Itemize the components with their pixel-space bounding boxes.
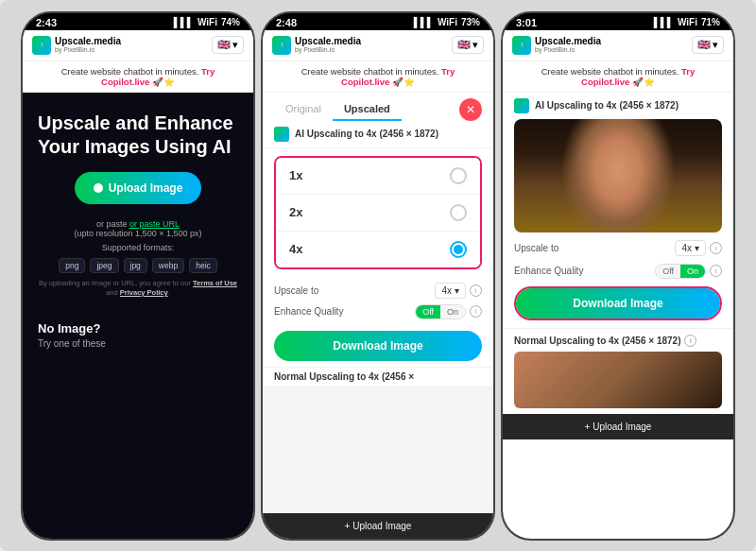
- options-section-2: Upscale to 4x ▾ i Enhance Quality Off: [263, 277, 493, 331]
- logo-main-3: Upscale.media: [535, 36, 601, 46]
- upscale-to-select-3[interactable]: 4x ▾: [675, 240, 706, 256]
- radio-1x-circle-2: [450, 167, 467, 184]
- format-webp-1: webp: [152, 258, 184, 273]
- upload-bar-2[interactable]: + Upload Image: [263, 513, 493, 539]
- upscale-to-label-2: Upscale to: [274, 285, 318, 296]
- logo-sub-2: by PixelBin.io: [295, 46, 361, 54]
- phones-container: 2:43 ▌▌▌ WiFi 74% ↑ Upscale.media by Pix…: [0, 0, 756, 551]
- status-right-2: ▌▌▌ WiFi 73%: [414, 17, 480, 27]
- toggle-off-2[interactable]: Off: [416, 305, 440, 319]
- nav-bar-2: ↑ Upscale.media by PixelBin.io 🇬🇧 ▾: [263, 30, 493, 61]
- banner-text-3: Create website chatbot in minutes.: [541, 66, 679, 77]
- language-selector-1[interactable]: 🇬🇧 ▾: [212, 36, 244, 54]
- banner-text-2: Create website chatbot in minutes.: [301, 66, 439, 77]
- url-link-1[interactable]: or paste URL: [129, 219, 180, 229]
- upscale-info-icon-3[interactable]: i: [710, 242, 722, 254]
- toggle-off-3[interactable]: Off: [656, 265, 680, 278]
- toggle-group-3: Off On: [655, 264, 706, 279]
- no-image-title-1: No Image?: [38, 321, 238, 336]
- phone-1: 2:43 ▌▌▌ WiFi 74% ↑ Upscale.media by Pix…: [21, 11, 255, 541]
- download-button-3[interactable]: Download Image: [516, 288, 720, 319]
- banner-emoji-1: 🚀⭐: [152, 77, 175, 87]
- tab-original-2[interactable]: Original: [274, 98, 333, 121]
- nav-logo-1: ↑ Upscale.media by PixelBin.io: [32, 36, 121, 55]
- banner-emoji-3: 🚀⭐: [632, 77, 655, 87]
- upscale-to-row-2: Upscale to 4x ▾ i: [274, 283, 482, 299]
- ai-upscaled-image-3: [514, 119, 722, 232]
- language-selector-2[interactable]: 🇬🇧 ▾: [452, 36, 484, 54]
- formats-row-1: png jpeg jpg webp heic: [38, 258, 238, 273]
- radio-1x-2[interactable]: 1x: [276, 158, 480, 195]
- privacy-link-1[interactable]: Privacy Policy: [120, 288, 168, 297]
- language-selector-3[interactable]: 🇬🇧 ▾: [692, 36, 724, 54]
- signal-icon-1: ▌▌▌: [174, 17, 194, 27]
- toggle-on-2[interactable]: On: [440, 305, 465, 319]
- radio-4x-2[interactable]: 4x: [276, 232, 480, 267]
- toggle-group-2: Off On: [415, 304, 466, 319]
- copilot-link-1[interactable]: Copilot.live: [101, 77, 149, 87]
- upload-dot-icon-1: [94, 183, 103, 193]
- copilot-link-2[interactable]: Copilot.live: [341, 77, 389, 87]
- nav-logo-2: ↑ Upscale.media by PixelBin.io: [272, 36, 361, 55]
- upload-button-1[interactable]: Upload Image: [75, 172, 202, 204]
- enhance-info-icon-3[interactable]: i: [710, 265, 722, 277]
- format-heic-1: heic: [189, 258, 217, 273]
- controls-section-3: Upscale to 4x ▾ i Enhance Quality Off: [503, 240, 733, 328]
- upscale-to-value-2: 4x: [441, 285, 452, 296]
- chevron-down-icon-1: ▾: [232, 39, 238, 51]
- upscale-logo-icon-3: ↑: [512, 36, 531, 55]
- upscale-to-controls-3: 4x ▾ i: [675, 240, 722, 256]
- close-button-2[interactable]: ✕: [459, 98, 482, 121]
- toggle-on-3[interactable]: On: [680, 265, 705, 278]
- logo-main-2: Upscale.media: [295, 36, 361, 46]
- try-link-3[interactable]: Try: [681, 66, 695, 77]
- tab-upscaled-2[interactable]: Upscaled: [333, 98, 402, 121]
- signal-icon-3: ▌▌▌: [654, 17, 674, 27]
- copilot-link-3[interactable]: Copilot.live: [581, 77, 629, 87]
- logo-sub-1: by PixelBin.io: [55, 46, 121, 54]
- enhance-info-icon-2[interactable]: i: [470, 305, 482, 318]
- format-jpeg-1: jpeg: [90, 258, 118, 273]
- wifi-icon-1: WiFi: [198, 17, 217, 27]
- time-3: 3:01: [516, 17, 537, 28]
- enhance-quality-row-2: Enhance Quality Off On i: [274, 304, 482, 319]
- chevron-down-icon-3: ▾: [713, 39, 718, 51]
- status-right-3: ▌▌▌ WiFi 71%: [654, 17, 720, 27]
- radio-4x-label-2: 4x: [289, 242, 302, 256]
- upscale-info-icon-2[interactable]: i: [470, 284, 482, 297]
- download-button-2[interactable]: Download Image: [274, 331, 482, 361]
- radio-1x-label-2: 1x: [289, 168, 302, 182]
- signal-icon-2: ▌▌▌: [414, 17, 434, 27]
- banner-2: Create website chatbot in minutes. Try C…: [263, 61, 493, 93]
- upscale-to-select-2[interactable]: 4x ▾: [435, 283, 466, 299]
- upload-bar-3[interactable]: + Upload Image: [503, 414, 733, 439]
- status-right-1: ▌▌▌ WiFi 74%: [174, 17, 240, 27]
- terms-text-1: By uploading an image or URL, you agree …: [38, 279, 238, 299]
- upscale-to-controls-2: 4x ▾ i: [435, 283, 482, 299]
- radio-2x-circle-2: [450, 204, 467, 221]
- screen-1: ↑ Upscale.media by PixelBin.io 🇬🇧 ▾ Crea…: [23, 30, 253, 539]
- enhance-quality-row-3: Enhance Quality Off On i: [514, 264, 722, 279]
- normal-info-icon-3[interactable]: i: [684, 335, 696, 347]
- or-text-1: or paste: [96, 219, 129, 229]
- nav-logo-text-3: Upscale.media by PixelBin.io: [535, 36, 601, 54]
- time-2: 2:48: [276, 17, 297, 28]
- radio-2x-2[interactable]: 2x: [276, 195, 480, 232]
- enhance-quality-label-2: Enhance Quality: [274, 306, 343, 317]
- enhance-quality-controls-2: Off On i: [415, 304, 482, 319]
- status-bar-3: 3:01 ▌▌▌ WiFi 71%: [503, 13, 733, 30]
- banner-text-1: Create website chatbot in minutes.: [61, 66, 199, 77]
- try-link-1[interactable]: Try: [201, 66, 215, 77]
- flag-icon-2: 🇬🇧: [457, 39, 471, 51]
- screen-2: ↑ Upscale.media by PixelBin.io 🇬🇧 ▾ Crea…: [263, 30, 493, 539]
- terms-link-1[interactable]: Terms of Use: [193, 279, 237, 287]
- logo-main-1: Upscale.media: [55, 36, 121, 46]
- resolution-text-1: (upto resolution 1,500 × 1,500 px): [38, 229, 238, 238]
- select-chevron-3: ▾: [695, 243, 699, 253]
- chevron-down-icon-2: ▾: [472, 39, 478, 51]
- format-png-1: png: [59, 258, 85, 273]
- hero-section-1: Upscale and Enhance Your Images Using AI…: [23, 93, 253, 219]
- try-link-2[interactable]: Try: [441, 66, 455, 77]
- upscale-to-value-3: 4x: [681, 243, 692, 253]
- normal-section-3: Normal Upscaling to 4x (2456 × 1872) i: [503, 328, 733, 414]
